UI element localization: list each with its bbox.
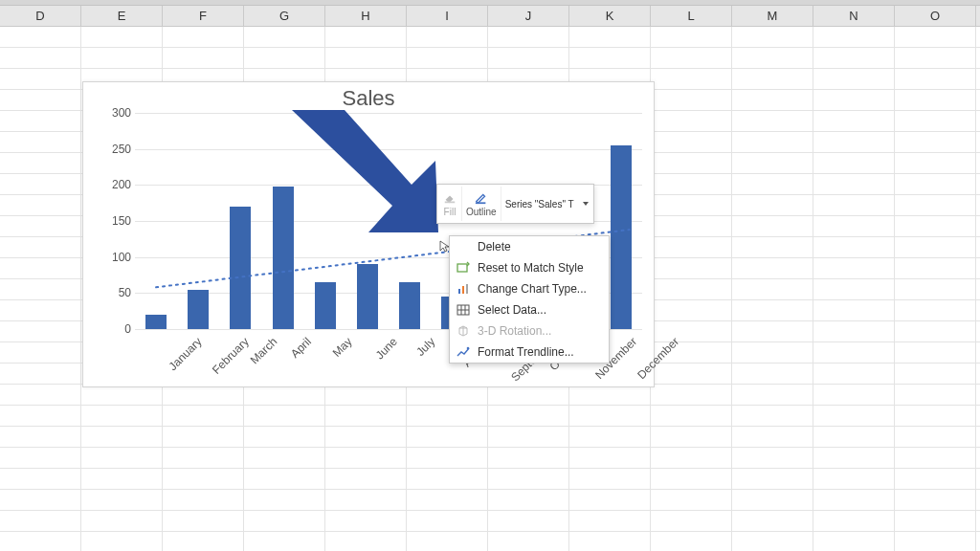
cell[interactable] xyxy=(569,427,651,448)
cell[interactable] xyxy=(0,132,81,153)
cell[interactable] xyxy=(0,511,81,532)
cell[interactable] xyxy=(813,132,895,153)
cell[interactable] xyxy=(81,427,163,448)
cell[interactable] xyxy=(488,48,569,69)
cell[interactable] xyxy=(163,448,244,469)
cell[interactable] xyxy=(244,406,325,427)
cell[interactable] xyxy=(0,490,81,511)
cell[interactable] xyxy=(651,532,732,551)
cell[interactable] xyxy=(895,469,976,490)
column-header[interactable]: H xyxy=(325,6,407,26)
cell[interactable] xyxy=(244,27,325,48)
cell[interactable] xyxy=(651,300,732,321)
cell[interactable] xyxy=(0,385,81,406)
cell[interactable] xyxy=(0,469,81,490)
cell[interactable] xyxy=(0,342,81,364)
cell[interactable] xyxy=(651,406,732,427)
cell[interactable] xyxy=(407,532,488,551)
cell[interactable] xyxy=(813,406,895,427)
bar[interactable] xyxy=(145,315,167,329)
cell[interactable] xyxy=(732,321,813,342)
cell[interactable] xyxy=(569,469,651,490)
cell[interactable] xyxy=(813,427,895,448)
cell[interactable] xyxy=(163,385,244,406)
cell[interactable] xyxy=(732,216,813,237)
cell[interactable] xyxy=(651,490,732,511)
cell[interactable] xyxy=(651,69,732,90)
cell[interactable] xyxy=(488,511,569,532)
cell[interactable] xyxy=(407,48,488,69)
cell[interactable] xyxy=(732,490,813,511)
cell[interactable] xyxy=(813,511,895,532)
cell[interactable] xyxy=(895,364,976,385)
cell[interactable] xyxy=(813,469,895,490)
chart-title[interactable]: Sales xyxy=(83,82,654,111)
outline-button[interactable]: Outline xyxy=(462,187,501,221)
cell[interactable] xyxy=(813,174,895,195)
cell[interactable] xyxy=(81,385,163,406)
cell[interactable] xyxy=(651,258,732,279)
cell[interactable] xyxy=(895,27,976,48)
cell[interactable] xyxy=(895,48,976,69)
cell[interactable] xyxy=(895,321,976,342)
menu-change-chart-type[interactable]: Change Chart Type... xyxy=(450,278,609,299)
cell[interactable] xyxy=(732,27,813,48)
cell[interactable] xyxy=(895,385,976,406)
mini-toolbar[interactable]: Fill Outline Series "Sales" T xyxy=(436,184,594,224)
cell[interactable] xyxy=(895,132,976,153)
cell[interactable] xyxy=(325,511,407,532)
cell[interactable] xyxy=(732,111,813,132)
cell[interactable] xyxy=(732,406,813,427)
cell[interactable] xyxy=(651,174,732,195)
cell[interactable] xyxy=(0,258,81,279)
cell[interactable] xyxy=(813,258,895,279)
cell[interactable] xyxy=(0,153,81,174)
cell[interactable] xyxy=(813,532,895,551)
cell[interactable] xyxy=(488,448,569,469)
cell[interactable] xyxy=(895,237,976,258)
cell[interactable] xyxy=(732,427,813,448)
cell[interactable] xyxy=(895,153,976,174)
cell[interactable] xyxy=(488,469,569,490)
cell[interactable] xyxy=(895,258,976,279)
cell[interactable] xyxy=(0,237,81,258)
cell[interactable] xyxy=(813,27,895,48)
cell[interactable] xyxy=(651,364,732,385)
bar[interactable] xyxy=(273,187,294,329)
cell[interactable] xyxy=(651,195,732,216)
cell[interactable] xyxy=(813,321,895,342)
column-header[interactable]: J xyxy=(488,6,569,26)
cell[interactable] xyxy=(0,216,81,237)
cell[interactable] xyxy=(0,279,81,300)
cell[interactable] xyxy=(895,342,976,364)
cell[interactable] xyxy=(732,237,813,258)
cell[interactable] xyxy=(325,385,407,406)
cell[interactable] xyxy=(732,385,813,406)
cell[interactable] xyxy=(407,490,488,511)
cell[interactable] xyxy=(163,511,244,532)
cell[interactable] xyxy=(81,469,163,490)
cell[interactable] xyxy=(0,195,81,216)
cell[interactable] xyxy=(895,300,976,321)
cell[interactable] xyxy=(895,279,976,300)
cell[interactable] xyxy=(732,69,813,90)
cell[interactable] xyxy=(407,385,488,406)
cell[interactable] xyxy=(651,27,732,48)
cell[interactable] xyxy=(813,342,895,364)
cell[interactable] xyxy=(813,111,895,132)
cell[interactable] xyxy=(407,427,488,448)
column-header[interactable]: F xyxy=(163,6,244,26)
cell[interactable] xyxy=(0,448,81,469)
cell[interactable] xyxy=(325,448,407,469)
cell[interactable] xyxy=(407,406,488,427)
cell[interactable] xyxy=(651,469,732,490)
cell[interactable] xyxy=(651,511,732,532)
cell[interactable] xyxy=(488,27,569,48)
cell[interactable] xyxy=(569,448,651,469)
cell[interactable] xyxy=(813,385,895,406)
cell[interactable] xyxy=(163,532,244,551)
cell[interactable] xyxy=(813,69,895,90)
column-header[interactable]: L xyxy=(651,6,732,26)
cell[interactable] xyxy=(488,385,569,406)
cell[interactable] xyxy=(325,427,407,448)
